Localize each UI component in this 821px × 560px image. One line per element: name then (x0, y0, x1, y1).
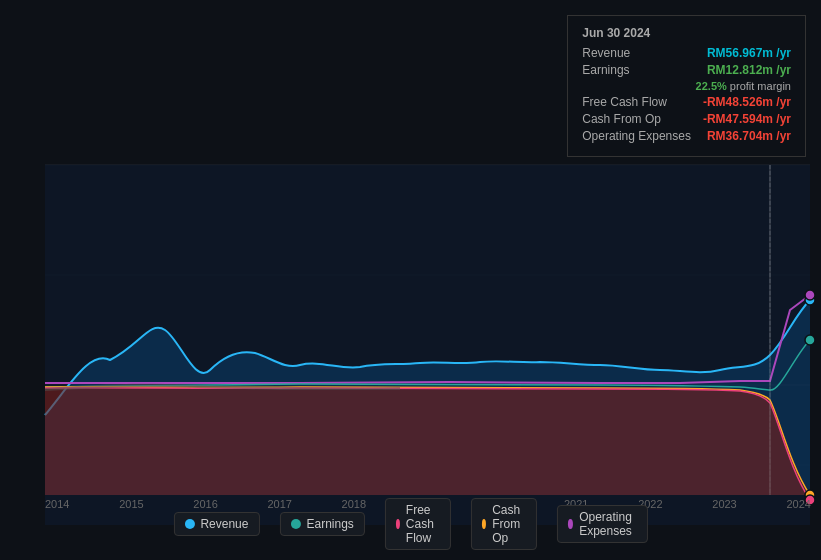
legend-dot-cfo (482, 519, 486, 529)
legend-dot-opex (568, 519, 573, 529)
cfo-label: Cash From Op (582, 112, 661, 126)
tooltip-row-cfo: Cash From Op -RM47.594m /yr (582, 112, 791, 126)
legend-fcf[interactable]: Free Cash Flow (385, 498, 451, 550)
x-label-2015: 2015 (119, 498, 143, 510)
main-chart-svg (0, 155, 821, 545)
x-label-2014: 2014 (45, 498, 69, 510)
opex-label: Operating Expenses (582, 129, 691, 143)
legend-revenue[interactable]: Revenue (173, 512, 259, 536)
legend-earnings[interactable]: Earnings (279, 512, 364, 536)
fcf-label: Free Cash Flow (582, 95, 667, 109)
x-label-2023: 2023 (712, 498, 736, 510)
legend-label-cfo: Cash From Op (492, 503, 526, 545)
legend-label-opex: Operating Expenses (579, 510, 636, 538)
tooltip-row-revenue: Revenue RM56.967m /yr (582, 46, 791, 60)
legend-opex[interactable]: Operating Expenses (557, 505, 648, 543)
legend-label-fcf: Free Cash Flow (406, 503, 440, 545)
tooltip-date: Jun 30 2024 (582, 26, 791, 40)
svg-point-10 (805, 335, 815, 345)
revenue-value: RM56.967m /yr (707, 46, 791, 60)
tooltip-row-opex: Operating Expenses RM36.704m /yr (582, 129, 791, 143)
legend-cfo[interactable]: Cash From Op (471, 498, 537, 550)
fcf-value: -RM48.526m /yr (703, 95, 791, 109)
cfo-value: -RM47.594m /yr (703, 112, 791, 126)
legend: Revenue Earnings Free Cash Flow Cash Fro… (173, 498, 647, 550)
legend-dot-revenue (184, 519, 194, 529)
earnings-label: Earnings (582, 63, 629, 77)
opex-value: RM36.704m /yr (707, 129, 791, 143)
tooltip-card: Jun 30 2024 Revenue RM56.967m /yr Earnin… (567, 15, 806, 157)
legend-label-revenue: Revenue (200, 517, 248, 531)
x-label-2024: 2024 (786, 498, 810, 510)
margin-value: 22.5% profit margin (696, 80, 791, 92)
legend-dot-earnings (290, 519, 300, 529)
tooltip-row-margin: 22.5% profit margin (582, 80, 791, 92)
revenue-label: Revenue (582, 46, 630, 60)
legend-label-earnings: Earnings (306, 517, 353, 531)
tooltip-row-fcf: Free Cash Flow -RM48.526m /yr (582, 95, 791, 109)
svg-point-9 (805, 290, 815, 300)
earnings-value: RM12.812m /yr (707, 63, 791, 77)
legend-dot-fcf (396, 519, 400, 529)
tooltip-row-earnings: Earnings RM12.812m /yr (582, 63, 791, 77)
